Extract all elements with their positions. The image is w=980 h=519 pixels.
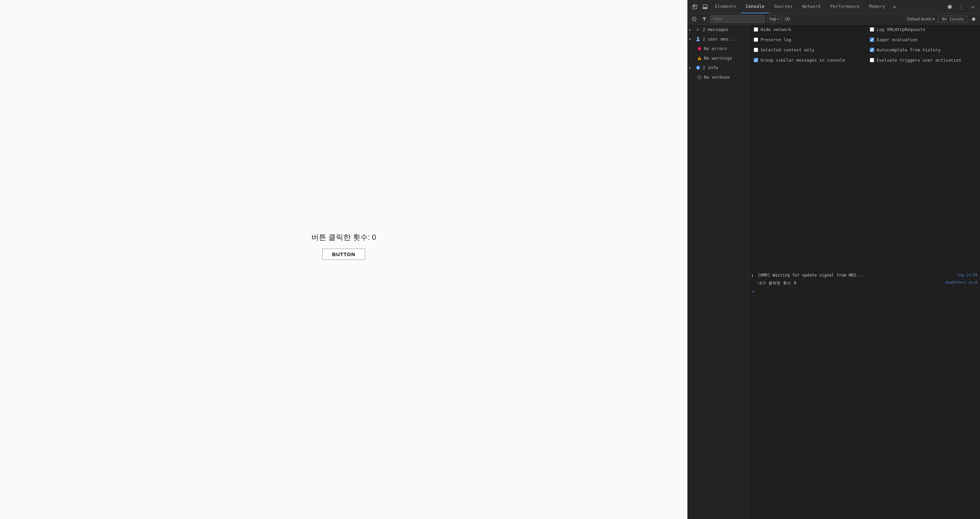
error-icon: ✕ [697, 46, 702, 51]
svg-text:i: i [697, 66, 699, 69]
devtools-console: ℹ [HMR] Waiting for update signal from W… [749, 272, 980, 519]
svg-text:✕: ✕ [698, 47, 700, 50]
context-only-checkbox[interactable] [754, 48, 758, 52]
settings-row-1: Hide network Log XMLHttpRequests [749, 24, 980, 35]
tab-console[interactable]: Console [741, 0, 769, 13]
messages-icon: ≡ [695, 27, 701, 32]
sidebar-item-errors[interactable]: ▶ ✕ No errors [688, 43, 749, 53]
verbose-icon [697, 74, 702, 80]
settings-icon[interactable] [945, 2, 955, 12]
arrow-icon-info: ▶ [689, 66, 693, 69]
svg-point-17 [698, 77, 699, 77]
svg-point-7 [787, 18, 788, 20]
sidebar-item-verbose[interactable]: ▶ No verbose [688, 72, 749, 82]
no-issues-badge[interactable]: No Issues [938, 16, 968, 22]
devtools-main: ▶ ≡ 2 messages ▶ 2 user mes... ▶ ✕ No er… [688, 24, 980, 519]
svg-text:!: ! [698, 57, 700, 60]
hide-network-checkbox[interactable] [754, 27, 758, 32]
devtools-toolbar: top ▾ Default levels ▾ No Issues [688, 14, 980, 24]
svg-point-18 [699, 77, 700, 77]
log-xhr-checkbox[interactable] [870, 27, 874, 32]
console-settings-icon[interactable] [969, 14, 978, 24]
hide-network-label[interactable]: Hide network [754, 27, 791, 32]
click-button[interactable]: BUTTON [322, 249, 365, 260]
settings-col-hide-network: Hide network [754, 27, 859, 32]
overflow-icon[interactable]: ⋮ [956, 2, 966, 12]
devtools-tabs: Elements Console Sources Network Perform… [710, 0, 945, 13]
console-entry-1: 내가 클릭한 횟수 0 UseEffect.js:8 [749, 279, 980, 287]
entry-icon-0: ℹ [752, 273, 756, 278]
svg-point-9 [696, 40, 700, 41]
console-prompt[interactable]: > [749, 287, 980, 295]
tab-performance[interactable]: Performance [826, 0, 864, 13]
context-only-label[interactable]: Selected context only [754, 47, 814, 53]
filter-input[interactable] [710, 15, 765, 23]
evaluate-triggers-checkbox[interactable] [870, 58, 874, 62]
devtools-settings: Hide network Log XMLHttpRequests [749, 24, 980, 272]
group-similar-checkbox[interactable] [754, 58, 758, 62]
eager-eval-label[interactable]: Eager evaluation [870, 37, 917, 42]
more-tabs-icon[interactable]: » [890, 3, 899, 10]
main-page: 버튼 클릭한 횟수: 0 BUTTON [0, 0, 687, 519]
autocomplete-label[interactable]: Autocomplete from history [870, 47, 940, 53]
devtools-topbar: Elements Console Sources Network Perform… [688, 0, 980, 14]
user-icon [695, 36, 701, 42]
eager-eval-checkbox[interactable] [870, 37, 874, 42]
devtools-panel: Elements Console Sources Network Perform… [687, 0, 980, 519]
undock-icon[interactable] [690, 2, 700, 12]
sidebar-item-user-messages[interactable]: ▶ 2 user mes... [688, 34, 749, 43]
devtools-content: Hide network Log XMLHttpRequests [749, 24, 980, 519]
settings-col-evaluate-triggers: Evaluate triggers user activation [862, 57, 975, 63]
settings-col-autocomplete: Autocomplete from history [862, 47, 975, 53]
sidebar-item-messages[interactable]: ▶ ≡ 2 messages [688, 24, 749, 34]
svg-rect-1 [694, 5, 695, 7]
log-xhr-label[interactable]: Log XMLHttpRequests [870, 27, 925, 32]
settings-col-group-similar: Group similar messages in console [754, 57, 859, 63]
autocomplete-checkbox[interactable] [870, 48, 874, 52]
sidebar-item-info[interactable]: ▶ i 2 info [688, 63, 749, 72]
context-selector[interactable]: top ▾ [767, 16, 782, 22]
settings-row-3: Selected context only Autocomplete from … [749, 45, 980, 55]
click-count-label: 버튼 클릭한 횟수: 0 [311, 232, 376, 243]
settings-row-2: Preserve log Eager evaluation [749, 35, 980, 45]
clear-console-icon[interactable] [690, 14, 698, 24]
settings-col-log-xhr: Log XMLHttpRequests [862, 27, 975, 32]
eye-icon[interactable] [783, 14, 792, 24]
svg-point-19 [700, 77, 701, 77]
arrow-icon: ▶ [689, 27, 693, 31]
devtools-sidebar: ▶ ≡ 2 messages ▶ 2 user mes... ▶ ✕ No er… [688, 24, 749, 519]
console-entry-0: ℹ [HMR] Waiting for update signal from W… [749, 272, 980, 279]
sidebar-item-warnings[interactable]: ▶ ! No warnings [688, 53, 749, 63]
preserve-log-checkbox[interactable] [754, 37, 758, 42]
svg-point-8 [697, 37, 699, 39]
svg-rect-3 [703, 7, 707, 9]
settings-col-eager-eval: Eager evaluation [862, 37, 975, 42]
prompt-arrow: > [752, 289, 754, 294]
group-similar-label[interactable]: Group similar messages in console [754, 57, 845, 63]
tab-memory[interactable]: Memory [864, 0, 890, 13]
warning-icon: ! [697, 55, 702, 61]
main-content: 버튼 클릭한 횟수: 0 BUTTON [311, 232, 376, 260]
tab-elements[interactable]: Elements [710, 0, 741, 13]
topbar-right: ⋮ ✕ [945, 2, 978, 12]
settings-col-context-only: Selected context only [754, 47, 859, 53]
evaluate-triggers-label[interactable]: Evaluate triggers user activation [870, 57, 961, 63]
svg-line-5 [693, 18, 695, 21]
dock-icon[interactable] [700, 2, 710, 12]
close-icon[interactable]: ✕ [968, 2, 978, 12]
info-icon: i [695, 65, 701, 70]
default-levels-button[interactable]: Default levels ▾ [905, 16, 937, 22]
filter-icon[interactable] [700, 14, 709, 24]
tab-network[interactable]: Network [797, 0, 826, 13]
preserve-log-label[interactable]: Preserve log [754, 37, 791, 42]
settings-col-preserve-log: Preserve log [754, 37, 859, 42]
settings-row-4: Group similar messages in console Evalua… [749, 55, 980, 65]
tab-sources[interactable]: Sources [769, 0, 797, 13]
arrow-icon-user: ▶ [689, 37, 693, 41]
